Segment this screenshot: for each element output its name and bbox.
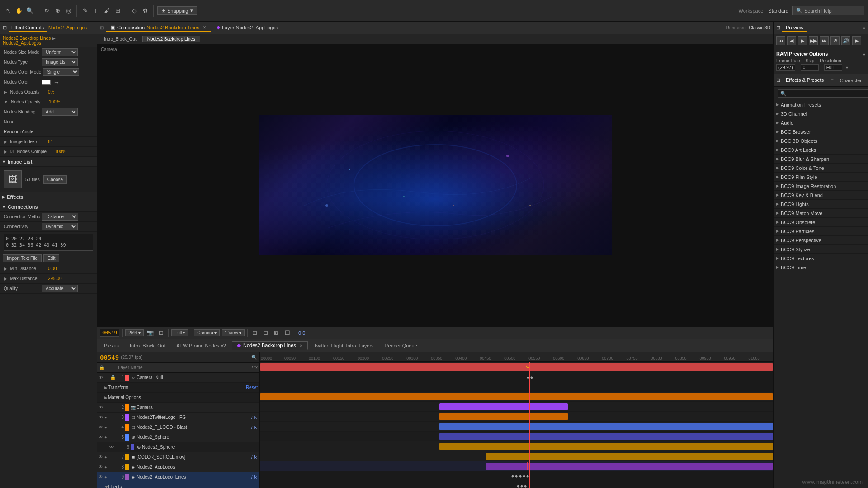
shape-tool-icon[interactable]: ◇: [130, 6, 139, 15]
image-list-section-header[interactable]: ▼ Image List: [0, 157, 97, 167]
preview-settings-icon[interactable]: ≡: [863, 25, 865, 30]
category-bcc9-key[interactable]: ▶ BCC9 Key & Blend: [774, 191, 868, 200]
timeline-tab-nodes2[interactable]: ◆ Nodes2 Backdrop Lines ✕: [232, 341, 308, 350]
quality-button[interactable]: Full ▾: [171, 329, 188, 336]
category-bcc9-perspective[interactable]: ▶ BCC9 Perspective: [774, 236, 868, 245]
ram-menu-icon[interactable]: ▾: [863, 52, 865, 57]
character-tab[interactable]: Character: [836, 77, 865, 84]
layer-row-5[interactable]: 👁 ● 5 ⊕ Nodes2_Sphere: [97, 432, 259, 442]
layer-row-6[interactable]: 👁 6 ⊕ Nodes2_Sphere: [97, 442, 259, 452]
vis-4[interactable]: 👁: [97, 422, 104, 432]
play-btn[interactable]: ▶: [798, 36, 807, 45]
next-frame-btn[interactable]: ▶▶: [809, 36, 818, 45]
import-text-button[interactable]: Import Text File: [3, 254, 42, 262]
audio-btn[interactable]: 🔊: [841, 36, 850, 45]
layer-row-1[interactable]: 👁 🔒 1 ○ Camera_Null: [97, 373, 259, 383]
prev-frame-btn[interactable]: ◀: [787, 36, 796, 45]
vis-9[interactable]: 👁: [97, 472, 104, 482]
category-bcc9-obsolete[interactable]: ▶ BCC9 Obsolete: [774, 218, 868, 227]
vis-5[interactable]: 👁: [97, 432, 104, 442]
connections-section-header[interactable]: ▼ Connections: [0, 202, 97, 212]
vis-7[interactable]: 👁: [97, 452, 104, 462]
layer-row-9[interactable]: 👁 ● 9 ◈ Nodes2_AppLogo_Lines / fx: [97, 472, 259, 482]
view-camera-button[interactable]: Camera ▾: [194, 329, 220, 336]
effects-search-input[interactable]: [778, 89, 868, 98]
text-tool-icon[interactable]: T: [91, 6, 100, 15]
timeline-tab-twitter[interactable]: Twitter_Flight_Intro_Layers: [309, 342, 379, 350]
brush-tool-icon[interactable]: 🖌: [102, 6, 111, 15]
show-snapshots-icon[interactable]: ⊡: [156, 328, 165, 338]
vis-6[interactable]: 👁: [108, 442, 115, 452]
last-frame-btn[interactable]: ⏭: [820, 36, 829, 45]
expand-9e[interactable]: ▼: [104, 485, 108, 488]
nodes-color-swatch[interactable]: [42, 80, 51, 85]
category-bcc-3d[interactable]: ▶ BCC 3D Objects: [774, 136, 868, 145]
comp-panel-tab[interactable]: ▣ Composition Nodes2 Backdrop Lines ✕: [106, 23, 211, 32]
solo-8[interactable]: ●: [104, 465, 110, 469]
category-bcc9-stylize[interactable]: ▶ BCC9 Stylize: [774, 245, 868, 254]
stamp-tool-icon[interactable]: ⊞: [113, 6, 122, 15]
layer-panel-tab[interactable]: ◆ Layer Nodes2_AppLogos: [212, 23, 283, 32]
category-animation-presets[interactable]: ▶ Animation Presets: [774, 100, 868, 109]
search-help-input[interactable]: 🔍 Search Help: [792, 6, 864, 15]
ram-preview-btn[interactable]: ▶: [852, 36, 861, 45]
solo-3[interactable]: ●: [104, 415, 110, 420]
connection-method-select[interactable]: Distance: [42, 213, 78, 221]
loop-btn[interactable]: ↺: [830, 36, 840, 45]
timeline-tab-intro[interactable]: Intro_Block_Out: [125, 342, 170, 350]
first-frame-btn[interactable]: ⏮: [776, 36, 785, 45]
category-audio[interactable]: ▶ Audio: [774, 118, 868, 127]
view-layout-button[interactable]: 1 View ▾: [222, 329, 245, 336]
category-bcc9-particles[interactable]: ▶ BCC9 Particles: [774, 227, 868, 236]
connectivity-select[interactable]: Dynamic: [42, 223, 78, 230]
category-bcc9-art[interactable]: ▶ BCC9 Art Looks: [774, 145, 868, 155]
category-bcc9-match[interactable]: ▶ BCC9 Match Move: [774, 209, 868, 218]
search-layers-icon[interactable]: 🔍: [251, 355, 257, 360]
category-3d-channel[interactable]: ▶ 3D Channel: [774, 109, 868, 118]
category-bcc9-blur[interactable]: ▶ BCC9 Blur & Sharpen: [774, 155, 868, 164]
zoom-tool-icon[interactable]: 🔍: [25, 6, 34, 15]
guides-icon[interactable]: ⊟: [261, 328, 270, 338]
pen-tool-icon[interactable]: ✎: [80, 6, 90, 15]
effects-presets-tab[interactable]: Effects & Presets: [782, 76, 827, 84]
camera-dolly-icon[interactable]: ◎: [64, 6, 73, 15]
solo-5[interactable]: ●: [104, 435, 110, 440]
preview-tab[interactable]: Preview: [782, 24, 807, 32]
ep-menu-icon[interactable]: ≡: [831, 78, 834, 83]
quality-select[interactable]: Accurate: [42, 285, 78, 292]
timeline-tab-aew[interactable]: AEW Promo Nodes v2: [171, 342, 231, 350]
nodes2-tab-close[interactable]: ✕: [299, 343, 303, 348]
reset-1t[interactable]: Reset: [246, 385, 258, 390]
layer-row-2[interactable]: 👁 2 📷 Camera: [97, 403, 259, 413]
layer-row-7[interactable]: 👁 ● 7 ■ [COLOR_SCROLL.mov] / fx: [97, 452, 259, 462]
timeline-tab-render[interactable]: Render Queue: [380, 342, 422, 350]
expand-1m[interactable]: ▶: [104, 395, 108, 400]
category-bcc9-lights[interactable]: ▶ BCC9 Lights: [774, 200, 868, 209]
layer-row-3[interactable]: 👁 ● 3 □ Nodes2TwitterLogo - FG / fx: [97, 413, 259, 422]
image-thumb[interactable]: 🖼: [4, 170, 22, 188]
safe-zones-icon[interactable]: ⊠: [272, 328, 281, 338]
puppet-tool-icon[interactable]: ✿: [141, 6, 150, 15]
choose-button[interactable]: Choose: [43, 175, 67, 184]
layer-name-tab[interactable]: Nodes2_AppLogos: [48, 25, 87, 30]
zoom-level-button[interactable]: 25% ▾: [125, 329, 144, 336]
nodes-type-select[interactable]: Image List: [42, 58, 78, 66]
snapshot-icon[interactable]: 📷: [146, 328, 155, 338]
layer-row-8[interactable]: 👁 ● 8 ◈ Nodes2_AppLogos: [97, 462, 259, 472]
lock-1[interactable]: 🔒: [110, 375, 115, 380]
snapping-button[interactable]: ⊞ Snapping ▾: [157, 6, 197, 15]
subtab-intro[interactable]: Intro_Block_Out: [99, 36, 142, 42]
category-bcc-browser[interactable]: ▶ BCC Browser: [774, 127, 868, 136]
effects-section-header[interactable]: ▶ Effects: [0, 192, 97, 202]
vis-1[interactable]: 👁: [97, 373, 104, 383]
vis-3[interactable]: 👁: [97, 413, 104, 422]
effect-controls-tab[interactable]: Effect Controls: [9, 24, 47, 32]
category-bcc9-color[interactable]: ▶ BCC9 Color & Tone: [774, 164, 868, 173]
category-bcc9-image[interactable]: ▶ BCC9 Image Restoration: [774, 182, 868, 191]
layer-row-4[interactable]: 👁 ● 4 □ Nodes2_T_LOGO - Blast / fx: [97, 422, 259, 432]
camera-orbit-icon[interactable]: ↻: [42, 6, 51, 15]
comp-tab-close[interactable]: ✕: [203, 25, 207, 30]
nodes-size-mode-select[interactable]: Uniform: [42, 48, 78, 56]
resolution-arrow[interactable]: ▾: [846, 65, 848, 70]
solo-4[interactable]: ●: [104, 425, 110, 430]
